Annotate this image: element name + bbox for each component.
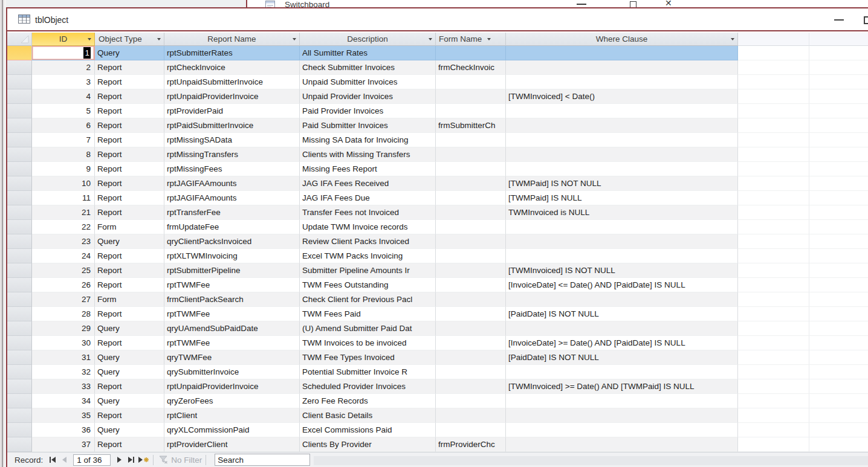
cell-form_name[interactable]: frmCheckInvoic [436, 60, 506, 75]
cell-form_name[interactable] [436, 249, 506, 263]
row-selector[interactable] [7, 60, 32, 75]
cell-where_clause[interactable]: [PaidDate] IS NOT NULL [506, 350, 738, 365]
cell-report_name[interactable]: rptTransferFee [164, 205, 300, 220]
cell-report_name[interactable]: rptUnpaidProviderInvoice [164, 89, 300, 104]
cell-description[interactable]: Unpaid Provider Invoices [300, 89, 436, 104]
cell-id[interactable]: 27 [32, 292, 95, 307]
cell-report_name[interactable]: rptTWMFee [164, 307, 300, 321]
row-selector[interactable] [7, 365, 32, 379]
column-header-report_name[interactable]: Report Name [164, 33, 300, 46]
cell-where_clause[interactable] [506, 321, 738, 336]
cell-where_clause[interactable] [506, 104, 738, 118]
record-position-box[interactable]: 1 of 36 [73, 454, 111, 466]
cell-description[interactable]: All Sumitter Rates [300, 46, 436, 60]
cell-where_clause[interactable] [506, 220, 738, 234]
cell-id[interactable]: 26 [32, 278, 95, 292]
row-selector[interactable] [7, 307, 32, 321]
cell-id[interactable]: 10 [32, 176, 95, 191]
cell-report_name[interactable]: qryUAmendSubPaidDate [164, 321, 300, 336]
cell-report_name[interactable]: qryClientPacksInvoiced [164, 234, 300, 249]
cell-id[interactable]: 34 [32, 394, 95, 408]
cell-where_clause[interactable]: [InvoiceDate] >= Date() AND [PaidDate] I… [506, 336, 738, 350]
cell-form_name[interactable] [436, 191, 506, 205]
cell-description[interactable]: Client Basic Details [300, 408, 436, 423]
row-selector[interactable] [7, 437, 32, 452]
cell-where_clause[interactable]: [TWMPaid] IS NULL [506, 191, 738, 205]
cell-id[interactable]: 25 [32, 263, 95, 278]
cell-report_name[interactable]: frmClientPackSearch [164, 292, 300, 307]
cell-object_type[interactable]: Report [95, 437, 164, 452]
cell-report_name[interactable]: rptProviderPaid [164, 104, 300, 118]
cell-object_type[interactable]: Report [95, 249, 164, 263]
cell-where_clause[interactable]: [TWMPaid] IS NOT NULL [506, 176, 738, 191]
no-filter-label[interactable]: No Filter [171, 456, 202, 465]
cell-description[interactable]: Excel Commissions Paid [300, 423, 436, 437]
background-window-switchboard[interactable]: Switchboard ✕ [246, 0, 868, 7]
cell-report_name[interactable]: rptTWMFee [164, 336, 300, 350]
cell-description[interactable]: JAG IFA Fees Due [300, 191, 436, 205]
next-record-button[interactable] [113, 454, 125, 466]
cell-description[interactable]: (U) Amend Submitter Paid Dat [300, 321, 436, 336]
row-selector[interactable] [7, 263, 32, 278]
cell-form_name[interactable] [436, 350, 506, 365]
cell-object_type[interactable]: Report [95, 307, 164, 321]
row-selector[interactable] [7, 104, 32, 118]
cell-form_name[interactable] [436, 379, 506, 394]
cell-id[interactable]: 1 [32, 46, 95, 60]
maximize-icon[interactable] [630, 1, 636, 7]
cell-report_name[interactable]: rptUnpaidSubmitterInvoice [164, 75, 300, 89]
cell-where_clause[interactable] [506, 292, 738, 307]
cell-form_name[interactable] [436, 234, 506, 249]
cell-id[interactable]: 36 [32, 423, 95, 437]
cell-object_type[interactable]: Report [95, 60, 164, 75]
cell-form_name[interactable] [436, 307, 506, 321]
cell-description[interactable]: Check Client for Previous Pacl [300, 292, 436, 307]
cell-object_type[interactable]: Report [95, 89, 164, 104]
cell-description[interactable]: Missing SA Data for Invoicing [300, 133, 436, 147]
cell-id[interactable]: 30 [32, 336, 95, 350]
cell-object_type[interactable]: Report [95, 162, 164, 176]
filter-dropdown-icon[interactable] [157, 38, 161, 40]
cell-where_clause[interactable] [506, 118, 738, 133]
cell-id[interactable]: 32 [32, 365, 95, 379]
cell-id[interactable]: 22 [32, 220, 95, 234]
cell-description[interactable]: Review Client Packs Invoiced [300, 234, 436, 249]
cell-form_name[interactable] [436, 336, 506, 350]
cell-form_name[interactable] [436, 263, 506, 278]
cell-description[interactable]: TWM Invoices to be invoiced [300, 336, 436, 350]
cell-where_clause[interactable] [506, 162, 738, 176]
cell-form_name[interactable]: frmProviderChc [436, 437, 506, 452]
cell-where_clause[interactable]: [TWMInvoiced] >= Date() AND [TWMPaid] IS… [506, 379, 738, 394]
cell-id[interactable]: 3 [32, 75, 95, 89]
cell-where_clause[interactable] [506, 46, 738, 60]
cell-report_name[interactable]: rptTWMFee [164, 278, 300, 292]
row-selector[interactable] [7, 336, 32, 350]
cell-form_name[interactable] [436, 292, 506, 307]
new-record-button[interactable] [137, 454, 149, 466]
cell-object_type[interactable]: Report [95, 379, 164, 394]
cell-form_name[interactable] [436, 75, 506, 89]
cell-description[interactable]: Update TWM Invoice records [300, 220, 436, 234]
cell-where_clause[interactable] [506, 408, 738, 423]
cell-id[interactable]: 33 [32, 379, 95, 394]
cell-description[interactable]: Clients with Missing Transfers [300, 147, 436, 162]
row-selector[interactable] [7, 423, 32, 437]
cell-report_name[interactable]: rptMissingTransfers [164, 147, 300, 162]
cell-description[interactable]: Paid Provider Invoices [300, 104, 436, 118]
cell-where_clause[interactable] [506, 394, 738, 408]
cell-form_name[interactable] [436, 408, 506, 423]
search-input[interactable] [215, 454, 310, 466]
cell-description[interactable]: TWM Fees Outstanding [300, 278, 436, 292]
cell-report_name[interactable]: rptCheckInvoice [164, 60, 300, 75]
cell-object_type[interactable]: Form [95, 292, 164, 307]
row-selector[interactable] [7, 278, 32, 292]
cell-form_name[interactable] [436, 46, 506, 60]
cell-report_name[interactable]: rptClient [164, 408, 300, 423]
cell-description[interactable]: Clients By Provider [300, 437, 436, 452]
row-selector[interactable] [7, 133, 32, 147]
cell-where_clause[interactable] [506, 423, 738, 437]
cell-form_name[interactable] [436, 205, 506, 220]
cell-where_clause[interactable] [506, 75, 738, 89]
row-selector[interactable] [7, 89, 32, 104]
row-selector[interactable] [7, 249, 32, 263]
